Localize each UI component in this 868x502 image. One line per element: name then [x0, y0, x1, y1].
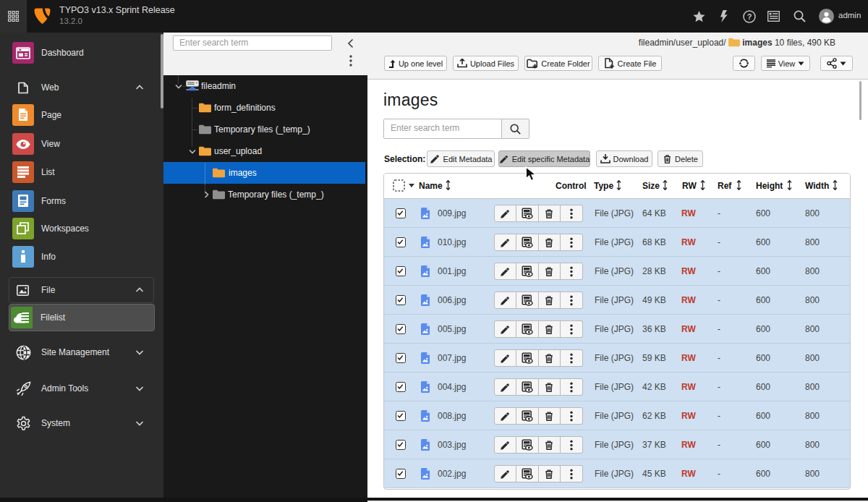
svg-text:?: ?: [747, 12, 752, 21]
